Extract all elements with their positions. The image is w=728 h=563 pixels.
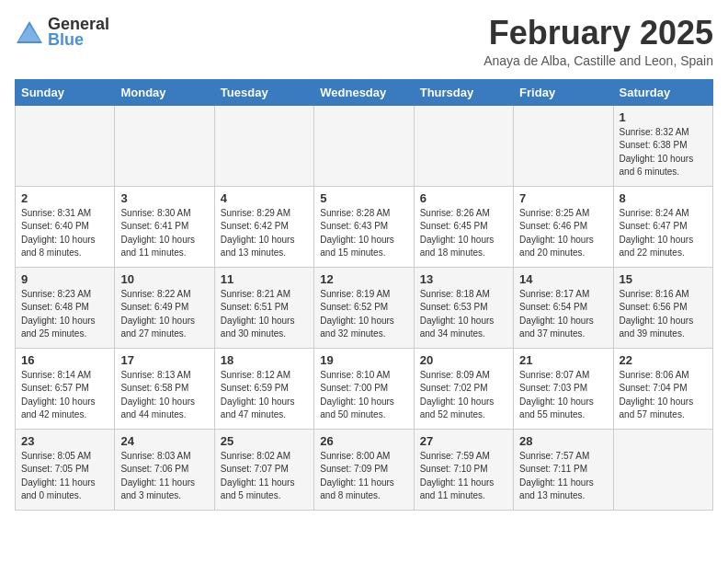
column-header-monday: Monday (115, 79, 214, 105)
calendar-cell: 14Sunrise: 8:17 AM Sunset: 6:54 PM Dayli… (514, 267, 613, 348)
day-info: Sunrise: 8:05 AM Sunset: 7:05 PM Dayligh… (21, 450, 108, 503)
calendar-cell: 17Sunrise: 8:13 AM Sunset: 6:58 PM Dayli… (115, 348, 214, 429)
calendar-cell: 5Sunrise: 8:28 AM Sunset: 6:43 PM Daylig… (314, 186, 414, 267)
calendar-cell: 3Sunrise: 8:30 AM Sunset: 6:41 PM Daylig… (115, 186, 214, 267)
day-number: 26 (320, 434, 407, 448)
day-info: Sunrise: 7:59 AM Sunset: 7:10 PM Dayligh… (420, 450, 507, 503)
day-info: Sunrise: 8:02 AM Sunset: 7:07 PM Dayligh… (221, 450, 308, 503)
week-row-3: 9Sunrise: 8:23 AM Sunset: 6:48 PM Daylig… (16, 267, 713, 348)
location-text: Anaya de Alba, Castille and Leon, Spain (483, 53, 713, 68)
day-number: 25 (221, 434, 308, 448)
page-header: General Blue February 2025 Anaya de Alba… (15, 15, 713, 68)
calendar-body: 1Sunrise: 8:32 AM Sunset: 6:38 PM Daylig… (16, 105, 713, 510)
day-number: 14 (519, 272, 607, 286)
day-number: 3 (120, 191, 208, 205)
day-info: Sunrise: 8:31 AM Sunset: 6:40 PM Dayligh… (21, 207, 108, 260)
column-header-sunday: Sunday (16, 79, 115, 105)
column-header-friday: Friday (514, 79, 613, 105)
day-number: 16 (21, 353, 108, 367)
logo: General Blue (15, 15, 109, 50)
day-number: 15 (620, 272, 707, 286)
day-number: 1 (620, 110, 707, 124)
day-info: Sunrise: 8:09 AM Sunset: 7:02 PM Dayligh… (420, 369, 507, 422)
day-info: Sunrise: 8:30 AM Sunset: 6:41 PM Dayligh… (120, 207, 208, 260)
day-number: 9 (21, 272, 108, 286)
day-number: 19 (320, 353, 407, 367)
day-info: Sunrise: 8:26 AM Sunset: 6:45 PM Dayligh… (420, 207, 507, 260)
week-row-2: 2Sunrise: 8:31 AM Sunset: 6:40 PM Daylig… (16, 186, 713, 267)
day-info: Sunrise: 8:19 AM Sunset: 6:52 PM Dayligh… (320, 288, 407, 341)
day-info: Sunrise: 8:24 AM Sunset: 6:47 PM Dayligh… (620, 207, 707, 260)
week-row-1: 1Sunrise: 8:32 AM Sunset: 6:38 PM Daylig… (16, 105, 713, 186)
calendar-cell: 9Sunrise: 8:23 AM Sunset: 6:48 PM Daylig… (16, 267, 115, 348)
calendar-cell: 6Sunrise: 8:26 AM Sunset: 6:45 PM Daylig… (414, 186, 513, 267)
day-number: 18 (221, 353, 308, 367)
calendar-cell: 28Sunrise: 7:57 AM Sunset: 7:11 PM Dayli… (514, 429, 613, 510)
calendar-cell (115, 105, 214, 186)
calendar-cell: 16Sunrise: 8:14 AM Sunset: 6:57 PM Dayli… (16, 348, 115, 429)
day-number: 24 (120, 434, 208, 448)
day-number: 10 (120, 272, 208, 286)
calendar-cell: 1Sunrise: 8:32 AM Sunset: 6:38 PM Daylig… (613, 105, 712, 186)
calendar-cell: 18Sunrise: 8:12 AM Sunset: 6:59 PM Dayli… (214, 348, 313, 429)
title-block: February 2025 Anaya de Alba, Castille an… (483, 15, 713, 68)
month-title: February 2025 (483, 15, 713, 52)
day-number: 13 (420, 272, 507, 286)
column-header-thursday: Thursday (414, 79, 513, 105)
calendar-cell: 20Sunrise: 8:09 AM Sunset: 7:02 PM Dayli… (414, 348, 513, 429)
calendar-cell (314, 105, 414, 186)
calendar-cell: 26Sunrise: 8:00 AM Sunset: 7:09 PM Dayli… (314, 429, 414, 510)
day-info: Sunrise: 8:22 AM Sunset: 6:49 PM Dayligh… (120, 288, 208, 341)
day-info: Sunrise: 8:00 AM Sunset: 7:09 PM Dayligh… (320, 450, 407, 503)
column-header-saturday: Saturday (613, 79, 712, 105)
day-number: 21 (519, 353, 607, 367)
day-info: Sunrise: 8:12 AM Sunset: 6:59 PM Dayligh… (221, 369, 308, 422)
calendar-header: SundayMondayTuesdayWednesdayThursdayFrid… (16, 79, 713, 105)
calendar-cell: 11Sunrise: 8:21 AM Sunset: 6:51 PM Dayli… (214, 267, 313, 348)
calendar-cell: 10Sunrise: 8:22 AM Sunset: 6:49 PM Dayli… (115, 267, 214, 348)
week-row-4: 16Sunrise: 8:14 AM Sunset: 6:57 PM Dayli… (16, 348, 713, 429)
column-header-wednesday: Wednesday (314, 79, 414, 105)
day-number: 17 (120, 353, 208, 367)
logo-blue-text: Blue (48, 30, 109, 50)
day-number: 12 (320, 272, 407, 286)
day-info: Sunrise: 8:10 AM Sunset: 7:00 PM Dayligh… (320, 369, 407, 422)
calendar-cell (214, 105, 313, 186)
calendar-cell: 2Sunrise: 8:31 AM Sunset: 6:40 PM Daylig… (16, 186, 115, 267)
calendar-cell: 12Sunrise: 8:19 AM Sunset: 6:52 PM Dayli… (314, 267, 414, 348)
day-number: 4 (221, 191, 308, 205)
day-info: Sunrise: 8:07 AM Sunset: 7:03 PM Dayligh… (519, 369, 607, 422)
calendar-cell: 21Sunrise: 8:07 AM Sunset: 7:03 PM Dayli… (514, 348, 613, 429)
day-info: Sunrise: 8:18 AM Sunset: 6:53 PM Dayligh… (420, 288, 507, 341)
calendar-cell: 19Sunrise: 8:10 AM Sunset: 7:00 PM Dayli… (314, 348, 414, 429)
day-info: Sunrise: 8:28 AM Sunset: 6:43 PM Dayligh… (320, 207, 407, 260)
calendar-cell: 15Sunrise: 8:16 AM Sunset: 6:56 PM Dayli… (613, 267, 712, 348)
week-row-5: 23Sunrise: 8:05 AM Sunset: 7:05 PM Dayli… (16, 429, 713, 510)
day-info: Sunrise: 8:16 AM Sunset: 6:56 PM Dayligh… (620, 288, 707, 341)
day-info: Sunrise: 8:29 AM Sunset: 6:42 PM Dayligh… (221, 207, 308, 260)
day-info: Sunrise: 8:13 AM Sunset: 6:58 PM Dayligh… (120, 369, 208, 422)
day-info: Sunrise: 8:17 AM Sunset: 6:54 PM Dayligh… (519, 288, 607, 341)
calendar-cell: 23Sunrise: 8:05 AM Sunset: 7:05 PM Dayli… (16, 429, 115, 510)
day-info: Sunrise: 8:06 AM Sunset: 7:04 PM Dayligh… (620, 369, 707, 422)
day-info: Sunrise: 8:21 AM Sunset: 6:51 PM Dayligh… (221, 288, 308, 341)
day-number: 11 (221, 272, 308, 286)
calendar-cell: 4Sunrise: 8:29 AM Sunset: 6:42 PM Daylig… (214, 186, 313, 267)
logo-icon (15, 19, 44, 45)
header-row: SundayMondayTuesdayWednesdayThursdayFrid… (16, 79, 713, 105)
calendar-cell (514, 105, 613, 186)
day-number: 22 (620, 353, 707, 367)
calendar-cell: 8Sunrise: 8:24 AM Sunset: 6:47 PM Daylig… (613, 186, 712, 267)
calendar-cell: 7Sunrise: 8:25 AM Sunset: 6:46 PM Daylig… (514, 186, 613, 267)
calendar-table: SundayMondayTuesdayWednesdayThursdayFrid… (15, 79, 713, 511)
day-number: 23 (21, 434, 108, 448)
day-info: Sunrise: 8:23 AM Sunset: 6:48 PM Dayligh… (21, 288, 108, 341)
day-number: 6 (420, 191, 507, 205)
day-info: Sunrise: 8:14 AM Sunset: 6:57 PM Dayligh… (21, 369, 108, 422)
day-number: 2 (21, 191, 108, 205)
day-info: Sunrise: 7:57 AM Sunset: 7:11 PM Dayligh… (519, 450, 607, 503)
calendar-cell: 27Sunrise: 7:59 AM Sunset: 7:10 PM Dayli… (414, 429, 513, 510)
calendar-cell: 24Sunrise: 8:03 AM Sunset: 7:06 PM Dayli… (115, 429, 214, 510)
svg-marker-1 (18, 25, 40, 41)
day-info: Sunrise: 8:25 AM Sunset: 6:46 PM Dayligh… (519, 207, 607, 260)
